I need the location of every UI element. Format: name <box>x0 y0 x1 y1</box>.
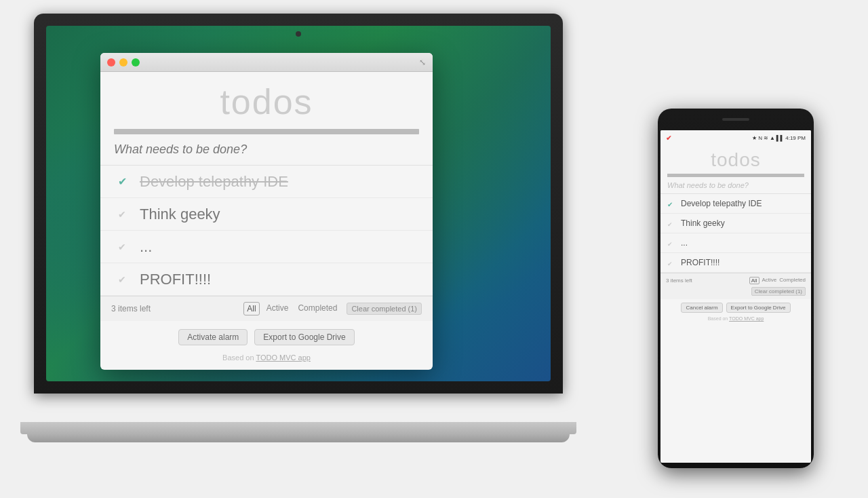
checkmark-pending-icon: ✔ <box>118 209 126 220</box>
phone-time: 4:19 PM <box>785 135 806 141</box>
mac-mvc-link[interactable]: TODO MVC app <box>256 353 311 362</box>
mac-todo-input[interactable] <box>114 142 419 157</box>
phone-filter-all[interactable]: All <box>749 277 760 284</box>
phone-cancel-alarm-button[interactable]: Cancel alarm <box>681 303 722 313</box>
phone-mvc-link[interactable]: TODO MVC app <box>729 316 764 321</box>
phone-checkmark-done-icon: ✔ <box>667 201 673 208</box>
phone-screen: ✔ ★ N ≋ ▲ ▌▌ 4:19 PM todos What needs to… <box>660 130 811 463</box>
phone-signal-bars: ▌▌ <box>776 135 784 141</box>
phone-wifi-icon: ≋ <box>764 135 768 141</box>
mac-filter-completed[interactable]: Completed <box>295 302 340 315</box>
mac-todo-text-3: ... <box>140 238 152 256</box>
mac-todo-check-3[interactable]: ✔ <box>114 239 130 255</box>
mac-todo-check-4[interactable]: ✔ <box>114 271 130 288</box>
phone-todo-item-4: ✔ PROFIT!!!! <box>660 253 811 273</box>
mac-maximize-button[interactable] <box>132 58 140 66</box>
phone-todo-check-4[interactable]: ✔ <box>667 256 677 269</box>
laptop-screen: ⤡ todos ✔ Develop telepathy IDE <box>46 26 551 381</box>
mac-filter-buttons: All Active Completed <box>243 302 340 315</box>
phone-signal-icon: ▲ <box>770 135 775 141</box>
phone-input-area[interactable]: What needs to be done? <box>660 177 811 194</box>
phone-footer-row1: 3 items left All Active Completed <box>666 277 806 284</box>
phone-action-buttons: Cancel alarm Export to Google Drive <box>660 299 811 316</box>
mac-todo-text-1: Develop telepathy IDE <box>140 173 288 191</box>
phone-todo-check-3[interactable]: ✔ <box>667 237 677 249</box>
phone-todo-item-3: ✔ ... <box>660 233 811 253</box>
phone-checkmark-pending-3: ✔ <box>667 261 673 267</box>
phone-todo-text-2: Think geeky <box>681 218 725 228</box>
phone-todo-text-1: Develop telepathy IDE <box>681 199 762 208</box>
mac-action-buttons: Activate alarm Export to Google Drive <box>100 321 433 353</box>
mac-minimize-button[interactable] <box>119 58 127 66</box>
mac-todo-item-3: ✔ ... <box>100 231 433 263</box>
mac-clear-completed-button[interactable]: Clear completed (1) <box>347 303 422 315</box>
phone-items-left: 3 items left <box>666 277 749 284</box>
phone-export-button[interactable]: Export to Google Drive <box>726 303 791 313</box>
phone-todo-check-2[interactable]: ✔ <box>667 217 677 229</box>
phone-bluetooth-icon: ★ <box>752 135 757 141</box>
mac-todo-item-1: ✔ Develop telepathy IDE <box>100 166 433 198</box>
phone-status-bar: ✔ ★ N ≋ ▲ ▌▌ 4:19 PM <box>660 130 811 145</box>
phone-based-on: Based on TODO MVC app <box>660 316 811 324</box>
phone-speaker <box>722 118 749 121</box>
mac-todo-item-4: ✔ PROFIT!!!! <box>100 263 433 296</box>
phone-todo-check-1[interactable]: ✔ <box>667 197 677 210</box>
phone-status-icons: ★ N ≋ ▲ ▌▌ 4:19 PM <box>752 135 806 141</box>
mac-activate-alarm-button[interactable]: Activate alarm <box>178 329 248 345</box>
mac-todo-item-2: ✔ Think geeky <box>100 198 433 231</box>
mac-filter-all[interactable]: All <box>243 302 259 315</box>
phone-footer: 3 items left All Active Completed Clear … <box>660 273 811 299</box>
laptop-body: ⤡ todos ✔ Develop telepathy IDE <box>34 14 563 394</box>
mac-todo-list: ✔ Develop telepathy IDE ✔ Think geeky <box>100 166 433 296</box>
phone-nfc-icon: N <box>758 135 762 141</box>
phone-check-mark: ✔ <box>666 134 671 142</box>
phone-body: ✔ ★ N ≋ ▲ ▌▌ 4:19 PM todos What needs to… <box>658 109 814 468</box>
phone: ✔ ★ N ≋ ▲ ▌▌ 4:19 PM todos What needs to… <box>658 109 814 468</box>
phone-todo-item-1: ✔ Develop telepathy IDE <box>660 194 811 214</box>
phone-checkmark-pending-1: ✔ <box>667 221 673 228</box>
phone-input-placeholder: What needs to be done? <box>667 181 804 189</box>
phone-filter-active[interactable]: Active <box>762 277 777 284</box>
laptop-base <box>20 422 576 434</box>
mac-input-area[interactable] <box>100 134 433 166</box>
checkmark-pending-icon-2: ✔ <box>118 242 126 252</box>
mac-todo-check-1[interactable]: ✔ <box>114 174 130 190</box>
checkmark-pending-icon-3: ✔ <box>118 274 126 285</box>
mac-export-button[interactable]: Export to Google Drive <box>254 329 354 345</box>
checkmark-done-icon: ✔ <box>118 175 127 188</box>
mac-footer: 3 items left All Active Completed Clear … <box>100 296 433 321</box>
mac-todo-text-4: PROFIT!!!! <box>140 271 211 288</box>
mac-todo-check-2[interactable]: ✔ <box>114 206 130 223</box>
mac-close-button[interactable] <box>107 58 115 66</box>
mac-based-on: Based on TODO MVC app <box>100 353 433 370</box>
mac-based-on-text: Based on <box>222 353 256 362</box>
scene: ⤡ todos ✔ Develop telepathy IDE <box>0 0 868 498</box>
mac-progress-bar <box>114 129 419 134</box>
mac-todo-text-2: Think geeky <box>140 206 220 223</box>
phone-todo-text-3: ... <box>681 238 688 248</box>
mac-window: ⤡ todos ✔ Develop telepathy IDE <box>100 53 433 370</box>
mac-app-title: todos <box>100 72 433 129</box>
laptop-webcam <box>296 31 301 37</box>
mac-titlebar: ⤡ <box>100 53 433 72</box>
phone-todo-item-2: ✔ Think geeky <box>660 214 811 233</box>
mac-expand-icon[interactable]: ⤡ <box>419 58 426 67</box>
mac-filter-active[interactable]: Active <box>264 302 292 315</box>
phone-filter-completed[interactable]: Completed <box>779 277 806 284</box>
laptop: ⤡ todos ✔ Develop telepathy IDE <box>34 14 563 475</box>
phone-app-title: todos <box>660 145 811 174</box>
mac-items-left: 3 items left <box>111 304 237 313</box>
phone-todo-text-4: PROFIT!!!! <box>681 258 719 267</box>
phone-clear-completed-button[interactable]: Clear completed (1) <box>751 287 806 296</box>
phone-based-on-text: Based on <box>708 316 729 321</box>
phone-filter-buttons: All Active Completed <box>749 277 806 284</box>
phone-checkmark-pending-2: ✔ <box>667 241 673 248</box>
